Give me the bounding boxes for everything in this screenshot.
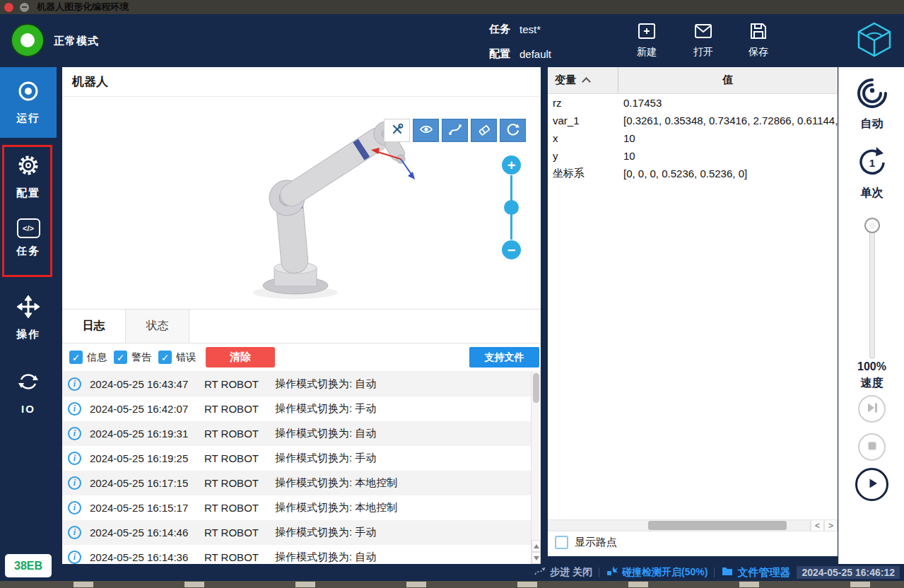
robot-3d-view[interactable]: + − — [62, 97, 541, 309]
window-close-button[interactable] — [4, 3, 13, 12]
log-row[interactable]: i 2024-05-25 16:15:17 RT ROBOT 操作模式切换为: … — [62, 495, 541, 520]
hscroll-thumb[interactable] — [648, 521, 787, 530]
left-sidebar: 运行 配置 </> 任务 操作 — [0, 67, 57, 581]
new-button[interactable]: 新建 — [624, 20, 669, 59]
auto-mode-button[interactable]: 自动 — [839, 76, 904, 131]
tab-log[interactable]: 日志 — [62, 310, 126, 343]
taskbar-icon[interactable] — [850, 582, 870, 587]
step-status[interactable]: 步进 关闭 — [534, 565, 592, 580]
triangle-up-icon — [534, 544, 539, 548]
task-value: test* — [519, 23, 541, 35]
variable-row[interactable]: y 10 — [548, 147, 838, 165]
info-icon: i — [68, 476, 81, 490]
clear-log-button[interactable]: 清除 — [206, 347, 275, 368]
hscroll-track[interactable] — [548, 519, 811, 531]
sidebar-item-operate[interactable]: 操作 — [0, 295, 57, 341]
log-row[interactable]: i 2024-05-25 16:19:31 RT ROBOT 操作模式切换为: … — [62, 421, 541, 446]
mode-label: 正常模式 — [54, 35, 99, 48]
stop-button[interactable] — [858, 433, 886, 461]
skip-icon — [864, 400, 880, 418]
variable-name: 坐标系 — [548, 167, 618, 180]
statusbar-separator — [714, 568, 715, 577]
scroll-up-button[interactable] — [532, 540, 541, 552]
show-waypoints-row: 显示路点 — [555, 536, 617, 549]
tools-button[interactable] — [384, 119, 410, 142]
tab-status[interactable]: 状态 — [126, 310, 189, 343]
log-row[interactable]: i 2024-05-25 16:14:46 RT ROBOT 操作模式切换为: … — [62, 520, 541, 545]
filter-warning-checkbox[interactable]: ✓ — [114, 351, 127, 364]
info-icon: i — [68, 452, 81, 465]
variable-row[interactable]: 坐标系 [0, 0, 0, 0.5236, 0.5236, 0] — [548, 165, 838, 182]
log-row[interactable]: i 2024-05-25 16:14:36 RT ROBOT 操作模式切换为: … — [62, 545, 541, 564]
variable-row[interactable]: var_1 [0.3261, 0.35348, 0.73416, 2.72866… — [548, 112, 838, 129]
eraser-button[interactable] — [471, 119, 497, 142]
taskbar-icon[interactable] — [739, 582, 759, 587]
device-id-badge[interactable]: 38EB — [5, 554, 52, 577]
variable-row[interactable]: rz 0.17453 — [548, 94, 838, 112]
column-variable[interactable]: 变量 — [548, 67, 618, 93]
save-icon — [748, 20, 769, 44]
taskbar-icon[interactable] — [184, 582, 204, 587]
reset-view-button[interactable] — [500, 119, 526, 142]
open-button[interactable]: 打开 — [681, 20, 726, 59]
variable-value: 10 — [618, 150, 838, 162]
speed-slider-track[interactable] — [869, 220, 875, 359]
taskbar-icon[interactable] — [74, 582, 93, 587]
sidebar-item-task[interactable]: </> 任务 — [0, 218, 57, 258]
log-row[interactable]: i 2024-05-25 16:19:25 RT ROBOT 操作模式切换为: … — [62, 446, 541, 471]
zoom-in-button[interactable]: + — [502, 155, 521, 175]
collapse-chevron-icon[interactable] — [582, 77, 591, 86]
zoom-slider-handle[interactable] — [504, 200, 519, 215]
collision-icon — [606, 565, 618, 580]
scroll-right-button[interactable]: > — [824, 519, 838, 531]
play-button[interactable] — [855, 468, 888, 501]
filter-error-checkbox[interactable]: ✓ — [158, 351, 172, 364]
variable-row[interactable]: x 10 — [548, 129, 838, 147]
taskbar-icon[interactable] — [406, 582, 426, 587]
scroll-left-button[interactable]: < — [811, 519, 824, 531]
log-row[interactable]: i 2024-05-25 16:43:47 RT ROBOT 操作模式切换为: … — [62, 372, 541, 396]
tools-icon — [390, 122, 404, 139]
taskbar-icon[interactable] — [295, 582, 315, 587]
filter-info-checkbox[interactable]: ✓ — [69, 351, 83, 364]
variables-hscrollbar[interactable]: < > — [548, 519, 838, 531]
eye-icon — [419, 122, 433, 139]
variable-name: x — [548, 132, 618, 144]
speed-slider-handle[interactable] — [864, 218, 880, 233]
step-forward-button[interactable] — [858, 395, 886, 423]
io-cycle-icon — [16, 370, 40, 396]
collision-status[interactable]: 碰撞检测开启(50%) — [606, 565, 708, 580]
info-icon: i — [68, 402, 81, 416]
path-button[interactable] — [442, 119, 468, 142]
taskbar-icon[interactable] — [628, 582, 648, 587]
log-row[interactable]: i 2024-05-25 16:17:15 RT ROBOT 操作模式切换为: … — [62, 471, 541, 495]
filter-info-label: 信息 — [87, 351, 107, 364]
info-icon: i — [68, 427, 81, 440]
show-waypoints-checkbox[interactable] — [555, 536, 568, 549]
window-minimize-button[interactable] — [20, 3, 29, 12]
zoom-out-button[interactable]: − — [502, 240, 521, 259]
robot-panel-title: 机器人 — [62, 67, 541, 97]
support-files-button[interactable]: 支持文件 — [469, 347, 539, 368]
gear-icon — [16, 153, 40, 180]
filter-warning-label: 警告 — [131, 351, 151, 364]
current-config: 配置 default — [489, 47, 551, 61]
file-manager-button[interactable]: 文件管理器 — [721, 565, 790, 580]
taskbar-icon[interactable] — [517, 582, 537, 587]
sidebar-item-io[interactable]: IO — [0, 370, 57, 415]
visibility-button[interactable] — [413, 119, 439, 142]
log-row[interactable]: i 2024-05-25 16:42:07 RT ROBOT 操作模式切换为: … — [62, 396, 541, 421]
open-file-icon — [693, 20, 714, 44]
log-scrollbar-thumb[interactable] — [533, 373, 539, 403]
log-scrollbar[interactable] — [531, 372, 541, 564]
sidebar-item-run[interactable]: 运行 — [0, 67, 57, 138]
filter-error-label: 错误 — [176, 351, 196, 364]
save-button[interactable]: 保存 — [736, 20, 781, 59]
move-arrows-icon — [16, 295, 40, 322]
variable-value: 10 — [618, 132, 838, 144]
sidebar-item-config[interactable]: 配置 — [0, 153, 57, 200]
column-value: 值 — [618, 67, 838, 93]
status-time: 2024-05-25 16:46:12 — [797, 566, 900, 579]
single-cycle-button[interactable]: 1 单次 — [839, 145, 904, 201]
scroll-down-button[interactable] — [532, 552, 541, 564]
